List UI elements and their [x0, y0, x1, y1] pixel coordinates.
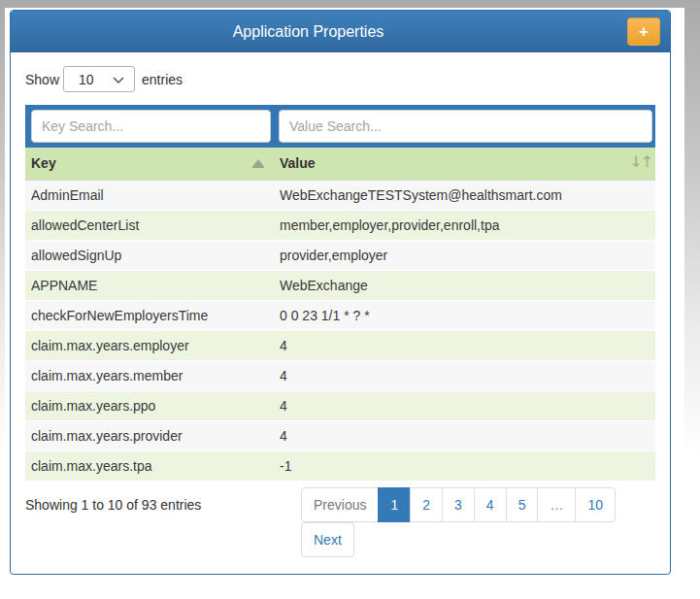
- pagination-button-3[interactable]: 3: [442, 487, 475, 522]
- pagination: Previous12345…10Next: [301, 487, 621, 557]
- value-cell: WebExchangeTESTSystem@healthsmart.com: [274, 180, 655, 210]
- sort-both-icon: ↓↑: [629, 152, 651, 171]
- panel-body: Show 10 entries Key: [11, 52, 670, 578]
- table-row[interactable]: claim.max.years.member 4: [25, 360, 655, 390]
- pagination-button-previous[interactable]: Previous: [301, 487, 379, 522]
- value-cell: -1: [274, 450, 655, 481]
- key-cell: checkForNewEmployersTime: [25, 300, 274, 330]
- key-cell: allowedSignUp: [25, 240, 274, 270]
- key-cell: claim.max.years.employer: [25, 330, 274, 360]
- panel-header: Application Properties +: [11, 11, 670, 52]
- entries-length-control: Show 10 entries: [25, 66, 655, 92]
- pagination-button-10[interactable]: 10: [575, 487, 616, 522]
- key-cell: claim.max.years.tpa: [25, 450, 274, 481]
- pagination-ellipsis: …: [537, 487, 576, 522]
- sort-ascending-icon: [251, 159, 265, 168]
- key-cell: allowedCenterList: [25, 210, 274, 240]
- key-cell: AdminEmail: [25, 180, 274, 210]
- value-column-label: Value: [280, 155, 316, 171]
- pagination-button-2[interactable]: 2: [410, 487, 443, 522]
- column-header-key[interactable]: Key: [25, 148, 274, 180]
- table-row[interactable]: allowedSignUp provider,employer: [25, 240, 655, 270]
- table-body: AdminEmail WebExchangeTESTSystem@healths…: [25, 180, 655, 481]
- show-label: Show: [25, 72, 59, 87]
- search-row: [25, 105, 655, 148]
- value-cell: member,employer,provider,enroll,tpa: [274, 210, 655, 240]
- table-row[interactable]: APPNAME WebExchange: [25, 270, 655, 300]
- entries-select-value: 10: [79, 72, 94, 87]
- pagination-button-next[interactable]: Next: [301, 522, 354, 557]
- pagination-button-1[interactable]: 1: [378, 487, 411, 522]
- plus-icon: +: [639, 22, 649, 42]
- key-cell: claim.max.years.provider: [25, 420, 274, 450]
- key-column-label: Key: [31, 155, 56, 171]
- key-cell: claim.max.years.ppo: [25, 390, 274, 420]
- add-property-button[interactable]: +: [627, 17, 660, 46]
- table-row[interactable]: claim.max.years.tpa -1: [25, 450, 655, 481]
- value-cell: 4: [274, 390, 655, 420]
- table-row[interactable]: checkForNewEmployersTime 0 0 23 1/1 * ? …: [25, 300, 655, 330]
- value-cell: 4: [274, 330, 655, 360]
- table-footer: Showing 1 to 10 of 93 entries Previous12…: [25, 482, 655, 563]
- table-row[interactable]: claim.max.years.ppo 4: [25, 390, 655, 420]
- pagination-button-4[interactable]: 4: [474, 487, 507, 522]
- value-cell: WebExchange: [274, 270, 655, 300]
- column-header-value[interactable]: Value ↓↑: [274, 148, 655, 180]
- chevron-down-icon: [113, 77, 124, 84]
- table-row[interactable]: allowedCenterList member,employer,provid…: [25, 210, 655, 240]
- table-row[interactable]: claim.max.years.employer 4: [25, 330, 655, 360]
- value-cell: 4: [274, 360, 655, 390]
- application-properties-panel: Application Properties + Show 10 entries: [10, 10, 671, 575]
- key-cell: claim.max.years.member: [25, 360, 274, 390]
- content-area: Application Properties + Show 10 entries: [5, 8, 684, 599]
- pagination-button-5[interactable]: 5: [506, 487, 539, 522]
- value-search-input[interactable]: [279, 110, 652, 143]
- panel-title: Application Properties: [233, 23, 384, 41]
- value-cell: 0 0 23 1/1 * ? *: [274, 300, 655, 330]
- properties-table: Key Value ↓↑ AdminEmail WebExchangeTESTS…: [25, 148, 655, 482]
- entries-per-page-select[interactable]: 10: [63, 66, 135, 92]
- key-cell: APPNAME: [25, 270, 274, 300]
- value-cell: provider,employer: [274, 240, 655, 270]
- key-search-input[interactable]: [31, 110, 271, 143]
- entries-label: entries: [142, 72, 183, 87]
- table-info: Showing 1 to 10 of 93 entries: [25, 497, 201, 513]
- table-row[interactable]: claim.max.years.provider 4: [25, 420, 655, 450]
- table-row[interactable]: AdminEmail WebExchangeTESTSystem@healths…: [25, 180, 655, 210]
- table-header-row: Key Value ↓↑: [25, 148, 655, 180]
- value-cell: 4: [274, 420, 655, 450]
